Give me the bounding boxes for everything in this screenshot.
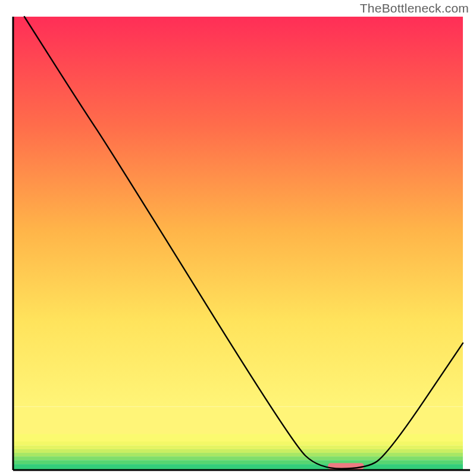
heat-gradient — [13, 17, 463, 406]
chart-svg — [0, 0, 476, 476]
plot-area — [13, 17, 470, 470]
color-band — [13, 453, 463, 456]
color-band — [13, 456, 463, 460]
color-band — [13, 449, 463, 453]
color-band — [13, 406, 463, 434]
color-band — [13, 441, 463, 446]
lower-bands — [13, 406, 463, 470]
watermark-text: TheBottleneck.com — [360, 1, 469, 15]
color-band — [13, 460, 463, 464]
color-band — [13, 446, 463, 449]
